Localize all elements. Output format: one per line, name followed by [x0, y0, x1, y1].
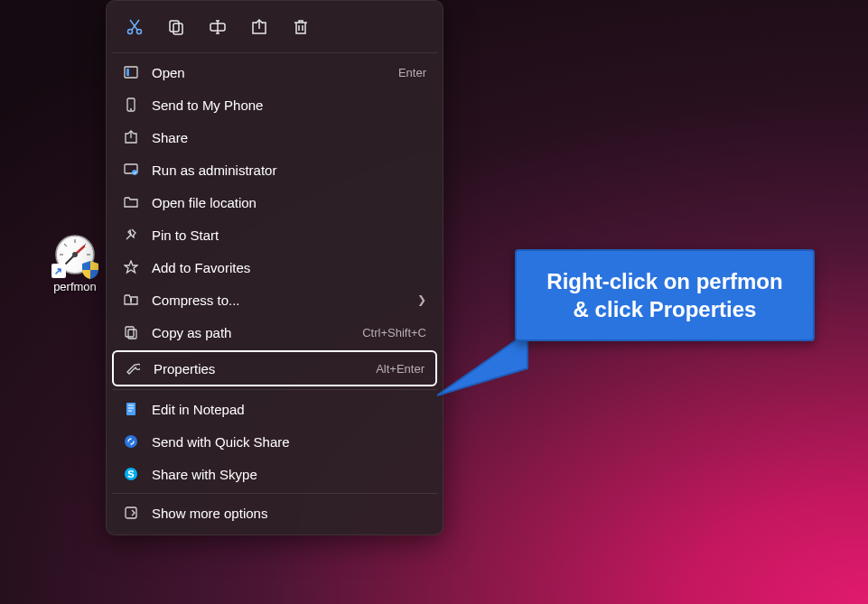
menu-item-label: Send with Quick Share	[152, 434, 426, 450]
uac-shield-icon	[80, 260, 100, 280]
desktop-icon-perfmon[interactable]: perfmon	[43, 233, 107, 293]
menu-item-label: Pin to Start	[152, 228, 426, 243]
menu-item-accel: Enter	[398, 66, 426, 79]
menu-item-open[interactable]: Open Enter	[112, 56, 437, 88]
star-icon	[123, 259, 139, 275]
chevron-right-icon: ❯	[417, 293, 426, 306]
menu-item-quick-share[interactable]: Send with Quick Share	[112, 425, 437, 458]
folder-icon	[123, 194, 139, 210]
menu-item-accel: Alt+Enter	[376, 362, 425, 376]
menu-item-copy-path[interactable]: Copy as path Ctrl+Shift+C	[112, 316, 437, 348]
menu-item-label: Open file location	[152, 195, 426, 210]
copy-button[interactable]	[159, 10, 193, 44]
svg-rect-13	[173, 23, 182, 34]
instruction-callout: Right-click on perfmon & click Propertie…	[515, 249, 815, 341]
shortcut-badge	[51, 264, 66, 278]
menu-item-label: Send to My Phone	[152, 98, 426, 113]
cut-button[interactable]	[117, 10, 152, 44]
menu-item-skype[interactable]: S Share with Skype	[112, 458, 437, 490]
menu-item-label: Share	[152, 130, 426, 145]
svg-marker-39	[437, 332, 527, 395]
skype-icon: S	[123, 466, 139, 482]
wrench-icon	[125, 360, 141, 376]
menu-item-pin-to-start[interactable]: Pin to Start	[112, 218, 437, 251]
more-icon	[123, 505, 139, 521]
menu-item-show-more[interactable]: Show more options	[112, 497, 437, 529]
admin-icon	[123, 162, 139, 178]
menu-item-send-to-phone[interactable]: Send to My Phone	[112, 88, 437, 121]
menu-item-accel: Ctrl+Shift+C	[362, 326, 426, 339]
menu-separator	[112, 493, 437, 494]
svg-point-8	[128, 30, 133, 34]
copypath-icon	[123, 324, 139, 340]
properties-highlight: Properties Alt+Enter	[112, 350, 437, 386]
menu-item-label: Add to Favorites	[152, 260, 426, 275]
svg-rect-31	[126, 403, 135, 415]
context-menu-toolbar	[112, 6, 437, 50]
menu-item-edit-notepad[interactable]: Edit in Notepad	[112, 393, 437, 425]
callout-line2: & click Properties	[531, 295, 798, 323]
notepad-icon	[123, 401, 139, 417]
menu-item-compress[interactable]: Compress to... ❯	[112, 283, 437, 316]
svg-rect-12	[170, 21, 179, 32]
menu-item-label: Properties	[154, 361, 363, 376]
svg-point-35	[125, 435, 137, 448]
menu-item-properties[interactable]: Properties Alt+Enter	[114, 352, 435, 385]
svg-text:S: S	[127, 469, 134, 479]
menu-item-label: Share with Skype	[152, 467, 426, 482]
pin-icon	[123, 227, 139, 243]
menu-separator	[112, 52, 437, 53]
menu-item-run-admin[interactable]: Run as administrator	[112, 153, 437, 186]
rename-button[interactable]	[201, 10, 235, 44]
menu-separator	[112, 389, 437, 390]
perfmon-icon	[53, 233, 97, 276]
quickshare-icon	[123, 433, 139, 450]
phone-icon	[123, 97, 139, 113]
share-icon	[123, 129, 139, 145]
desktop-icon-label: perfmon	[53, 280, 97, 293]
svg-rect-21	[126, 69, 129, 76]
compress-icon	[123, 292, 139, 308]
menu-item-label: Run as administrator	[152, 163, 426, 178]
open-icon	[123, 64, 139, 80]
svg-rect-29	[126, 327, 134, 337]
svg-point-9	[137, 30, 142, 34]
menu-item-open-file-location[interactable]: Open file location	[112, 186, 437, 218]
share-button[interactable]	[242, 10, 276, 44]
svg-point-7	[72, 252, 78, 257]
menu-item-label: Copy as path	[152, 325, 350, 340]
menu-item-label: Compress to...	[152, 293, 405, 308]
context-menu: Open Enter Send to My Phone Share Run as…	[106, 0, 443, 535]
menu-item-label: Open	[152, 65, 386, 80]
menu-item-share[interactable]: Share	[112, 121, 437, 153]
menu-item-add-favorites[interactable]: Add to Favorites	[112, 251, 437, 283]
menu-item-label: Edit in Notepad	[152, 402, 426, 417]
callout-line1: Right-click on perfmon	[531, 267, 798, 295]
delete-button[interactable]	[284, 10, 318, 44]
menu-item-label: Show more options	[152, 506, 426, 521]
